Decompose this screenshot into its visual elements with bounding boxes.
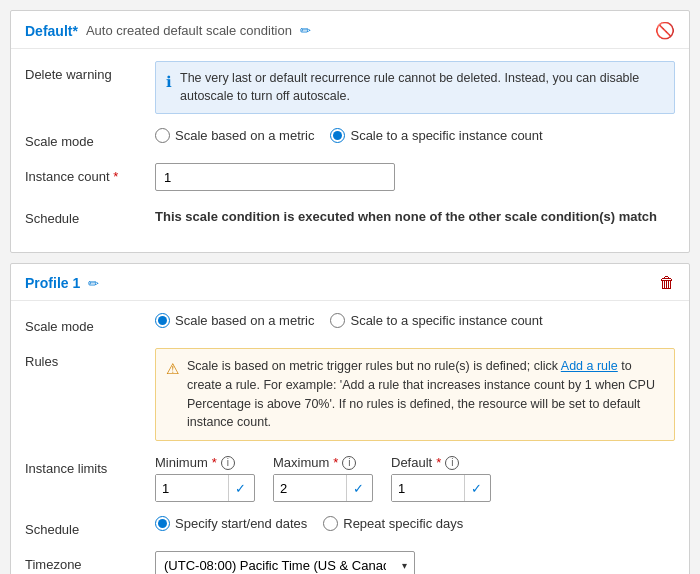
- instance-count-label: Instance count *: [25, 163, 145, 184]
- schedule-content-default: This scale condition is executed when no…: [155, 205, 675, 224]
- max-input-wrapper: ✓: [273, 474, 373, 502]
- default-subtitle: Auto created default scale condition: [86, 23, 292, 38]
- delete-warning-label: Delete warning: [25, 61, 145, 82]
- profile-card-header: Profile 1 ✏ 🗑: [11, 264, 689, 301]
- limits-labels-row: Minimum * i Maximum * i: [155, 455, 675, 470]
- profile-card: Profile 1 ✏ 🗑 Scale mode Scale based on …: [10, 263, 690, 574]
- max-input[interactable]: [274, 475, 346, 501]
- schedule-content-profile: Specify start/end dates Repeat specific …: [155, 516, 675, 531]
- scale-mode-row-default: Scale mode Scale based on a metric Scale…: [25, 128, 675, 149]
- radio-start-end-label: Specify start/end dates: [175, 516, 307, 531]
- radio-start-end-input[interactable]: [155, 516, 170, 531]
- scale-mode-label-profile: Scale mode: [25, 313, 145, 334]
- radio-specific-profile[interactable]: Scale to a specific instance count: [330, 313, 542, 328]
- rules-content: ⚠ Scale is based on metric trigger rules…: [155, 348, 675, 441]
- limits-inputs-row: ✓ ✓ ✓: [155, 474, 675, 502]
- min-info-icon[interactable]: i: [221, 456, 235, 470]
- default-header-left: Default* Auto created default scale cond…: [25, 23, 311, 39]
- rules-label: Rules: [25, 348, 145, 369]
- schedule-label-default: Schedule: [25, 205, 145, 226]
- info-box: ℹ The very last or default recurrence ru…: [155, 61, 675, 114]
- default-card: Default* Auto created default scale cond…: [10, 10, 690, 253]
- default-input-wrapper: ✓: [391, 474, 491, 502]
- info-text: The very last or default recurrence rule…: [180, 70, 664, 105]
- profile-delete-icon[interactable]: 🗑: [659, 274, 675, 292]
- default-label-group: Default * i: [391, 455, 491, 470]
- min-label: Minimum * i: [155, 455, 255, 470]
- instance-count-content: [155, 163, 675, 191]
- default-label: Default * i: [391, 455, 491, 470]
- schedule-row-profile: Schedule Specify start/end dates Repeat …: [25, 516, 675, 537]
- min-check-icon: ✓: [228, 475, 252, 501]
- scale-mode-radio-group-profile: Scale based on a metric Scale to a speci…: [155, 313, 675, 328]
- radio-metric-input-profile[interactable]: [155, 313, 170, 328]
- instance-limits-label: Instance limits: [25, 455, 145, 476]
- radio-metric-label-profile: Scale based on a metric: [175, 313, 314, 328]
- radio-metric-input-default[interactable]: [155, 128, 170, 143]
- schedule-text-default: This scale condition is executed when no…: [155, 205, 675, 224]
- radio-specific-label-default: Scale to a specific instance count: [350, 128, 542, 143]
- profile-card-body: Scale mode Scale based on a metric Scale…: [11, 301, 689, 574]
- instance-limits-content: Minimum * i Maximum * i: [155, 455, 675, 502]
- schedule-row-default: Schedule This scale condition is execute…: [25, 205, 675, 226]
- scale-mode-label-default: Scale mode: [25, 128, 145, 149]
- default-close-icon[interactable]: 🚫: [655, 21, 675, 40]
- timezone-content: (UTC-08:00) Pacific Time (US & Canada) ▾: [155, 551, 675, 574]
- default-card-header: Default* Auto created default scale cond…: [11, 11, 689, 49]
- profile-edit-icon[interactable]: ✏: [88, 276, 99, 291]
- default-edit-icon[interactable]: ✏: [300, 23, 311, 38]
- timezone-row: Timezone (UTC-08:00) Pacific Time (US & …: [25, 551, 675, 574]
- rules-warning-box: ⚠ Scale is based on metric trigger rules…: [155, 348, 675, 441]
- radio-specific-input-profile[interactable]: [330, 313, 345, 328]
- instance-limits-row: Instance limits Minimum * i Maximum *: [25, 455, 675, 502]
- scale-mode-content-default: Scale based on a metric Scale to a speci…: [155, 128, 675, 143]
- radio-metric-profile[interactable]: Scale based on a metric: [155, 313, 314, 328]
- default-title: Default*: [25, 23, 78, 39]
- radio-repeat-input[interactable]: [323, 516, 338, 531]
- rules-warning-text: Scale is based on metric trigger rules b…: [187, 357, 664, 432]
- required-star: *: [110, 169, 119, 184]
- radio-repeat-label: Repeat specific days: [343, 516, 463, 531]
- max-check-icon: ✓: [346, 475, 370, 501]
- min-input-wrapper: ✓: [155, 474, 255, 502]
- timezone-select[interactable]: (UTC-08:00) Pacific Time (US & Canada): [155, 551, 415, 574]
- radio-start-end[interactable]: Specify start/end dates: [155, 516, 307, 531]
- default-input[interactable]: [392, 475, 464, 501]
- timezone-label: Timezone: [25, 551, 145, 572]
- radio-specific-default[interactable]: Scale to a specific instance count: [330, 128, 542, 143]
- info-icon: ℹ: [166, 71, 172, 92]
- warning-icon: ⚠: [166, 358, 179, 381]
- radio-repeat[interactable]: Repeat specific days: [323, 516, 463, 531]
- add-rule-link[interactable]: Add a rule: [561, 359, 618, 373]
- delete-warning-row: Delete warning ℹ The very last or defaul…: [25, 61, 675, 114]
- radio-metric-default[interactable]: Scale based on a metric: [155, 128, 314, 143]
- max-label: Maximum * i: [273, 455, 373, 470]
- instance-count-input[interactable]: [155, 163, 395, 191]
- max-info-icon[interactable]: i: [342, 456, 356, 470]
- radio-specific-input-default[interactable]: [330, 128, 345, 143]
- instance-count-row: Instance count *: [25, 163, 675, 191]
- delete-warning-content: ℹ The very last or default recurrence ru…: [155, 61, 675, 114]
- rules-row: Rules ⚠ Scale is based on metric trigger…: [25, 348, 675, 441]
- min-label-group: Minimum * i: [155, 455, 255, 470]
- scale-mode-radio-group-default: Scale based on a metric Scale to a speci…: [155, 128, 675, 143]
- timezone-select-wrapper: (UTC-08:00) Pacific Time (US & Canada) ▾: [155, 551, 415, 574]
- default-check-icon: ✓: [464, 475, 488, 501]
- scale-mode-content-profile: Scale based on a metric Scale to a speci…: [155, 313, 675, 328]
- default-card-body: Delete warning ℹ The very last or defaul…: [11, 49, 689, 252]
- radio-metric-label-default: Scale based on a metric: [175, 128, 314, 143]
- profile-header-left: Profile 1 ✏: [25, 275, 99, 291]
- profile-title: Profile 1: [25, 275, 80, 291]
- schedule-radio-group: Specify start/end dates Repeat specific …: [155, 516, 675, 531]
- max-label-group: Maximum * i: [273, 455, 373, 470]
- min-input[interactable]: [156, 475, 228, 501]
- default-info-icon[interactable]: i: [445, 456, 459, 470]
- schedule-label-profile: Schedule: [25, 516, 145, 537]
- scale-mode-row-profile: Scale mode Scale based on a metric Scale…: [25, 313, 675, 334]
- radio-specific-label-profile: Scale to a specific instance count: [350, 313, 542, 328]
